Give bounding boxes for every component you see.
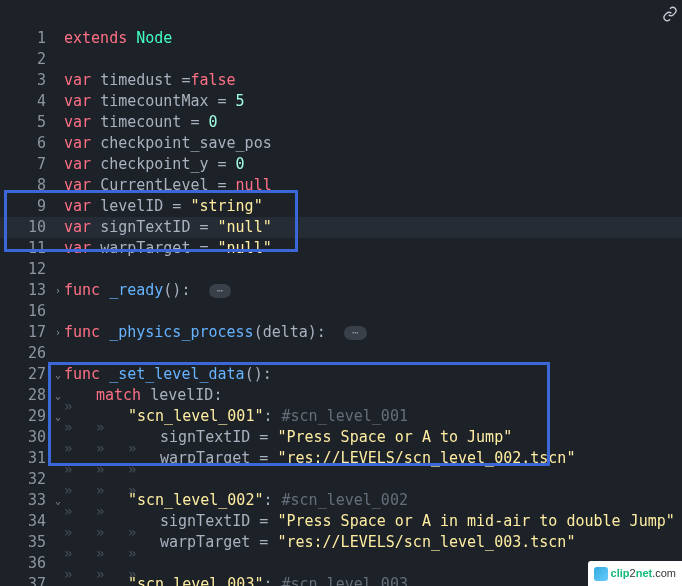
toolbar-right [662, 6, 678, 28]
line-number: 37 [0, 574, 52, 586]
code-content[interactable]: func _ready(): ⋯ [64, 280, 682, 301]
line-number: 1 [0, 28, 52, 49]
code-line[interactable]: 12 [0, 259, 682, 280]
code-line[interactable]: 29⌄"scn_level_001": #scn_level_001 [0, 406, 682, 427]
link-icon[interactable] [662, 6, 678, 28]
line-number: 6 [0, 133, 52, 154]
line-number: 9 [0, 196, 52, 217]
fold-ellipsis-icon[interactable]: ⋯ [344, 326, 367, 340]
code-line[interactable]: 36 [0, 553, 682, 574]
line-number: 28 [0, 385, 52, 406]
line-number: 34 [0, 511, 52, 532]
code-line[interactable]: 6var checkpoint_save_pos [0, 133, 682, 154]
code-editor[interactable]: 1extends Node23var timedust =false4var t… [0, 28, 682, 586]
line-number: 30 [0, 427, 52, 448]
line-number: 8 [0, 175, 52, 196]
code-content[interactable]: signTextID = "Press Space or A in mid-ai… [160, 511, 682, 532]
line-number: 2 [0, 49, 52, 70]
line-number: 27 [0, 364, 52, 385]
code-line[interactable]: 35warpTarget = "res://LEVELS/scn_level_0… [0, 532, 682, 553]
code-line[interactable]: 31warpTarget = "res://LEVELS/scn_level_0… [0, 448, 682, 469]
code-content[interactable]: var CurrentLevel = null [64, 175, 682, 196]
fold-marker[interactable]: ⌄ [52, 574, 64, 586]
watermark-logo-icon [594, 567, 608, 581]
fold-marker[interactable]: ⌄ [52, 490, 64, 511]
code-content[interactable]: var timecountMax = 5 [64, 91, 682, 112]
line-number: 31 [0, 448, 52, 469]
code-content[interactable]: var levelID = "string" [64, 196, 682, 217]
fold-marker[interactable]: ⌄ [52, 385, 64, 406]
code-content[interactable]: extends Node [64, 28, 682, 49]
line-number: 11 [0, 238, 52, 259]
code-line[interactable]: 32 [0, 469, 682, 490]
code-content[interactable]: warpTarget = "res://LEVELS/scn_level_002… [160, 448, 682, 469]
code-content[interactable]: func _physics_process(delta): ⋯ [64, 322, 682, 343]
watermark: clip2net.com [588, 561, 682, 586]
code-line[interactable]: 17›func _physics_process(delta): ⋯ [0, 322, 682, 343]
code-line[interactable]: 13›func _ready(): ⋯ [0, 280, 682, 301]
fold-marker[interactable]: › [52, 322, 64, 343]
code-line[interactable]: 9var levelID = "string" [0, 196, 682, 217]
code-line[interactable]: 3var timedust =false [0, 70, 682, 91]
line-number: 3 [0, 70, 52, 91]
line-number: 35 [0, 532, 52, 553]
code-content[interactable]: var timecount = 0 [64, 112, 682, 133]
line-number: 29 [0, 406, 52, 427]
code-line[interactable]: 1extends Node [0, 28, 682, 49]
fold-marker[interactable]: ⌄ [52, 364, 64, 385]
line-number: 13 [0, 280, 52, 301]
line-number: 5 [0, 112, 52, 133]
code-line[interactable]: 27⌄func _set_level_data(): [0, 364, 682, 385]
line-number: 33 [0, 490, 52, 511]
line-number: 36 [0, 553, 52, 574]
code-content[interactable]: var signTextID = "null" [64, 217, 682, 238]
code-content[interactable]: "scn_level_002": #scn_level_002 [128, 490, 682, 511]
fold-marker[interactable]: ⌄ [52, 406, 64, 427]
line-number: 26 [0, 343, 52, 364]
code-line[interactable]: 34signTextID = "Press Space or A in mid-… [0, 511, 682, 532]
line-number: 16 [0, 301, 52, 322]
code-line[interactable]: 11var warpTarget = "null" [0, 238, 682, 259]
code-line[interactable]: 26 [0, 343, 682, 364]
code-content[interactable]: func _set_level_data(): [64, 364, 682, 385]
code-content[interactable]: signTextID = "Press Space or A to Jump" [160, 427, 682, 448]
code-content[interactable]: var warpTarget = "null" [64, 238, 682, 259]
code-line[interactable]: 16 [0, 301, 682, 322]
code-line[interactable]: 5var timecount = 0 [0, 112, 682, 133]
code-line[interactable]: 4var timecountMax = 5 [0, 91, 682, 112]
line-number: 32 [0, 469, 52, 490]
code-line[interactable]: 28⌄match levelID: [0, 385, 682, 406]
code-content[interactable]: warpTarget = "res://LEVELS/scn_level_003… [160, 532, 682, 553]
code-content[interactable]: var timedust =false [64, 70, 682, 91]
code-content[interactable]: "scn_level_001": #scn_level_001 [128, 406, 682, 427]
fold-ellipsis-icon[interactable]: ⋯ [209, 284, 232, 298]
line-number: 4 [0, 91, 52, 112]
fold-marker[interactable]: › [52, 280, 64, 301]
code-content[interactable]: var checkpoint_save_pos [64, 133, 682, 154]
code-line[interactable]: 30signTextID = "Press Space or A to Jump… [0, 427, 682, 448]
code-content[interactable]: match levelID: [96, 385, 682, 406]
code-line[interactable]: 33⌄"scn_level_002": #scn_level_002 [0, 490, 682, 511]
code-line[interactable]: 10var signTextID = "null" [0, 217, 682, 238]
line-number: 10 [0, 217, 52, 238]
code-line[interactable]: 37⌄"scn_level_003": #scn_level_003 [0, 574, 682, 586]
line-number: 12 [0, 259, 52, 280]
code-content[interactable]: var checkpoint_y = 0 [64, 154, 682, 175]
line-number: 17 [0, 322, 52, 343]
line-number: 7 [0, 154, 52, 175]
code-line[interactable]: 2 [0, 49, 682, 70]
code-line[interactable]: 7var checkpoint_y = 0 [0, 154, 682, 175]
code-line[interactable]: 8var CurrentLevel = null [0, 175, 682, 196]
